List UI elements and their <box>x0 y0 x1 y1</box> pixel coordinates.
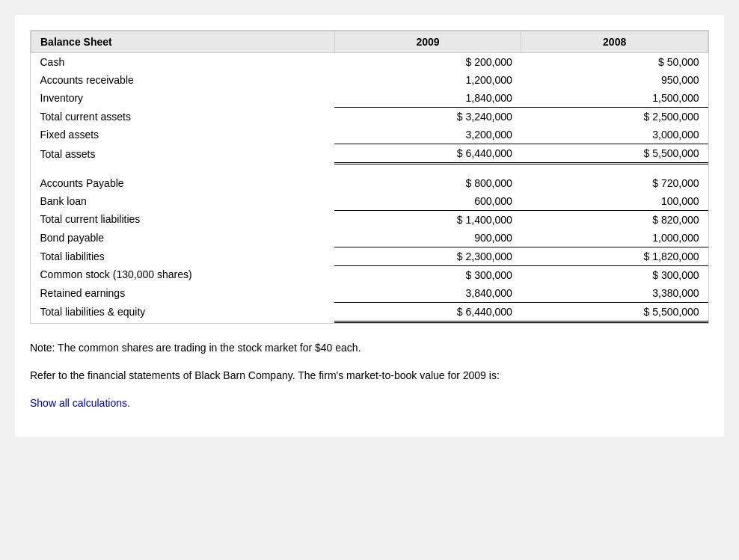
row-value-2008: $ 50,000 <box>521 53 708 72</box>
row-label: Bank loan <box>31 192 335 211</box>
note-1: Note: The common shares are trading in t… <box>30 339 709 357</box>
table-row: Total assets$ 6,440,000$ 5,500,000 <box>31 144 708 164</box>
table-row: Total liabilities$ 2,300,000$ 1,820,000 <box>31 247 708 265</box>
row-value-2009: $ 200,000 <box>334 53 521 72</box>
note-2: Refer to the financial statements of Bla… <box>30 366 709 385</box>
table-row: Common stock (130,000 shares)$ 300,000$ … <box>31 265 708 284</box>
row-value-2009: $ 6,440,000 <box>334 144 521 164</box>
row-value-2009: $ 800,000 <box>334 174 521 192</box>
row-value-2008: 3,000,000 <box>521 126 708 144</box>
row-label: Total liabilities & equity <box>31 302 335 321</box>
row-value-2008: 1,500,000 <box>521 89 708 108</box>
row-value-2008: 950,000 <box>521 71 708 89</box>
row-label: Common stock (130,000 shares) <box>31 265 335 284</box>
row-value-2008: $ 5,500,000 <box>521 302 708 321</box>
row-label: Fixed assets <box>31 126 335 144</box>
table-row: Retained earnings3,840,0003,380,000 <box>31 284 708 303</box>
row-value-2008: $ 720,000 <box>521 174 708 192</box>
table-row: Total current liabilities$ 1,400,000$ 82… <box>31 210 708 229</box>
row-value-2009: 1,200,000 <box>334 71 521 89</box>
row-value-2009: $ 2,300,000 <box>334 247 521 265</box>
row-label: Bond payable <box>31 229 335 247</box>
row-value-2008: 1,000,000 <box>521 229 708 247</box>
header-2008: 2008 <box>521 31 708 53</box>
row-value-2009: 1,840,000 <box>334 89 521 108</box>
row-value-2008: $ 820,000 <box>521 210 708 229</box>
table-wrapper: Balance Sheet 2009 2008 Cash$ 200,000$ 5… <box>30 30 709 324</box>
row-value-2008: $ 2,500,000 <box>521 108 708 126</box>
row-label: Accounts Payable <box>31 174 335 192</box>
table-row: Cash$ 200,000$ 50,000 <box>31 53 708 72</box>
table-row: Bank loan600,000100,000 <box>31 192 708 211</box>
note-section: Note: The common shares are trading in t… <box>30 339 709 413</box>
row-label: Cash <box>31 53 335 72</box>
row-value-2009: 600,000 <box>334 192 521 211</box>
row-value-2009: 900,000 <box>334 229 521 247</box>
row-value-2009: $ 300,000 <box>334 265 521 284</box>
row-label: Accounts receivable <box>31 71 335 89</box>
table-row: Inventory1,840,0001,500,000 <box>31 89 708 108</box>
row-value-2008: 100,000 <box>521 192 708 211</box>
table-row: Total liabilities & equity$ 6,440,000$ 5… <box>31 302 708 321</box>
row-label: Total liabilities <box>31 247 335 265</box>
table-row: Accounts Payable$ 800,000$ 720,000 <box>31 174 708 192</box>
header-2009: 2009 <box>334 31 521 53</box>
row-value-2008: 3,380,000 <box>521 284 708 303</box>
balance-sheet-table: Balance Sheet 2009 2008 Cash$ 200,000$ 5… <box>31 31 708 323</box>
header-label: Balance Sheet <box>31 31 335 53</box>
table-row: Total current assets$ 3,240,000$ 2,500,0… <box>31 108 708 126</box>
table-row: Accounts receivable1,200,000950,000 <box>31 71 708 89</box>
table-row: Bond payable900,0001,000,000 <box>31 229 708 247</box>
row-value-2008: $ 300,000 <box>521 265 708 284</box>
row-value-2009: $ 3,240,000 <box>334 108 521 126</box>
row-value-2008: $ 1,820,000 <box>521 247 708 265</box>
table-row <box>31 164 708 174</box>
show-calculations-link[interactable]: Show all calculations. <box>30 397 130 409</box>
row-label: Total assets <box>31 144 335 164</box>
row-value-2009: $ 6,440,000 <box>334 302 521 321</box>
row-value-2009: 3,840,000 <box>334 284 521 303</box>
row-value-2009: 3,200,000 <box>334 126 521 144</box>
row-value-2008: $ 5,500,000 <box>521 144 708 164</box>
page-container: Balance Sheet 2009 2008 Cash$ 200,000$ 5… <box>15 15 724 437</box>
row-label: Total current assets <box>31 108 335 126</box>
table-row: Fixed assets3,200,0003,000,000 <box>31 126 708 144</box>
row-label: Total current liabilities <box>31 210 335 229</box>
row-label: Retained earnings <box>31 284 335 303</box>
row-label: Inventory <box>31 89 335 108</box>
row-value-2009: $ 1,400,000 <box>334 210 521 229</box>
table-header-row: Balance Sheet 2009 2008 <box>31 31 708 53</box>
